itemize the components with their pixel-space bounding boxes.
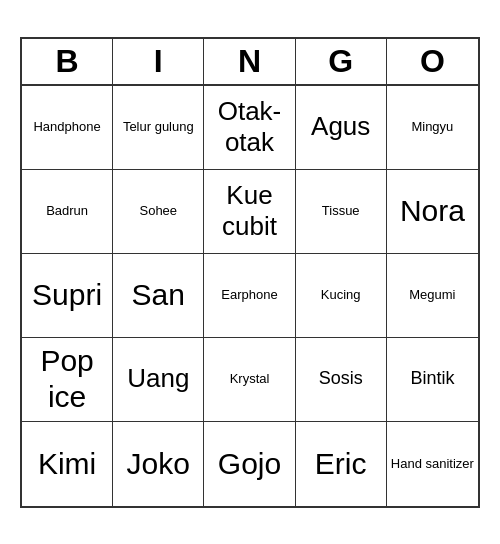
header-letter: I	[113, 39, 204, 84]
bingo-cell: Tissue	[296, 170, 387, 254]
bingo-cell: San	[113, 254, 204, 338]
header-letter: G	[296, 39, 387, 84]
bingo-cell: Kue cubit	[204, 170, 295, 254]
bingo-cell: Hand sanitizer	[387, 422, 478, 506]
bingo-cell: Badrun	[22, 170, 113, 254]
header-letter: N	[204, 39, 295, 84]
bingo-cell: Kucing	[296, 254, 387, 338]
header-letter: B	[22, 39, 113, 84]
bingo-cell: Agus	[296, 86, 387, 170]
bingo-cell: Joko	[113, 422, 204, 506]
bingo-cell: Otak-otak	[204, 86, 295, 170]
bingo-grid: HandphoneTelur gulungOtak-otakAgusMingyu…	[22, 86, 478, 506]
bingo-cell: Krystal	[204, 338, 295, 422]
bingo-header: BINGO	[22, 39, 478, 86]
bingo-cell: Sosis	[296, 338, 387, 422]
bingo-cell: Nora	[387, 170, 478, 254]
header-letter: O	[387, 39, 478, 84]
bingo-cell: Sohee	[113, 170, 204, 254]
bingo-card: BINGO HandphoneTelur gulungOtak-otakAgus…	[20, 37, 480, 508]
bingo-cell: Gojo	[204, 422, 295, 506]
bingo-cell: Earphone	[204, 254, 295, 338]
bingo-cell: Mingyu	[387, 86, 478, 170]
bingo-cell: Bintik	[387, 338, 478, 422]
bingo-cell: Megumi	[387, 254, 478, 338]
bingo-cell: Eric	[296, 422, 387, 506]
bingo-cell: Pop ice	[22, 338, 113, 422]
bingo-cell: Uang	[113, 338, 204, 422]
bingo-cell: Kimi	[22, 422, 113, 506]
bingo-cell: Handphone	[22, 86, 113, 170]
bingo-cell: Supri	[22, 254, 113, 338]
bingo-cell: Telur gulung	[113, 86, 204, 170]
